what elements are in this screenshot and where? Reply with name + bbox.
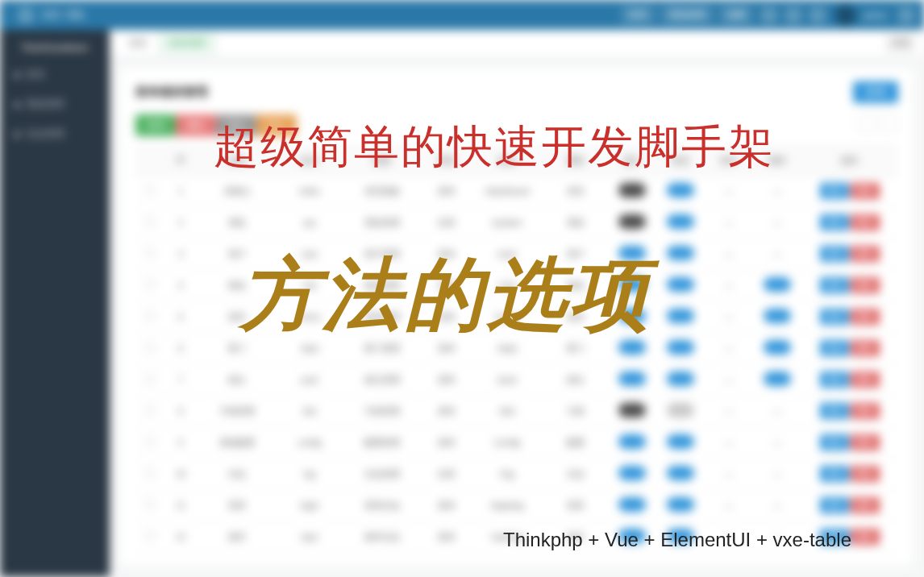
switch-show[interactable] bbox=[618, 246, 646, 260]
switch-show[interactable] bbox=[618, 434, 646, 449]
topbar: 首页 / 系统 首页 系统管理 设置 admin bbox=[0, 0, 924, 30]
checkbox[interactable] bbox=[145, 405, 155, 415]
checkbox[interactable] bbox=[145, 185, 155, 195]
switch-status[interactable] bbox=[667, 497, 694, 512]
bell-icon[interactable] bbox=[810, 7, 826, 23]
sidebar-item-log[interactable]: 日志管理 bbox=[0, 119, 110, 149]
topbar-btn-3[interactable]: 设置 bbox=[719, 6, 753, 24]
switch-status[interactable] bbox=[667, 214, 694, 229]
toolbar-import[interactable]: 导入 bbox=[256, 114, 297, 136]
checkbox[interactable] bbox=[145, 280, 155, 289]
table-row: 12操作oper操作日志菜单/operlog操作——修改删除 bbox=[135, 521, 898, 553]
cell-sort: — bbox=[705, 399, 753, 423]
edit-button[interactable]: 修改 bbox=[820, 403, 849, 419]
checkbox[interactable] bbox=[145, 248, 155, 258]
edit-button[interactable]: 修改 bbox=[820, 497, 849, 513]
edit-button[interactable]: 修改 bbox=[820, 246, 849, 262]
toolbar-export[interactable]: 导出 bbox=[216, 114, 256, 136]
switch-cache[interactable] bbox=[764, 277, 791, 292]
tab-menu[interactable]: 菜单管理 bbox=[158, 32, 216, 54]
switch-show[interactable] bbox=[618, 309, 646, 323]
username[interactable]: admin bbox=[863, 10, 887, 20]
cell-perm: 登录日志 bbox=[342, 492, 422, 519]
switch-show[interactable] bbox=[618, 277, 646, 292]
delete-button[interactable]: 删除 bbox=[851, 277, 880, 293]
edit-button[interactable]: 修改 bbox=[820, 466, 849, 482]
switch-status[interactable] bbox=[667, 529, 694, 543]
edit-button[interactable]: 修改 bbox=[820, 183, 849, 199]
switch-status[interactable] bbox=[667, 309, 694, 323]
cell-route: /post bbox=[471, 367, 543, 392]
switch-cache[interactable] bbox=[764, 340, 791, 355]
delete-button[interactable]: 删除 bbox=[851, 214, 880, 230]
switch-status[interactable] bbox=[667, 183, 694, 197]
delete-button[interactable]: 删除 bbox=[851, 340, 880, 356]
switch-status[interactable] bbox=[667, 434, 694, 449]
checkbox[interactable] bbox=[145, 342, 155, 352]
sidebar-item-system[interactable]: 系统管理 bbox=[0, 89, 110, 119]
cell-ident: dict bbox=[277, 399, 342, 423]
switch-status[interactable] bbox=[667, 246, 694, 260]
settings-icon[interactable] bbox=[898, 7, 914, 23]
switch-status[interactable] bbox=[667, 403, 694, 417]
checkbox[interactable] bbox=[145, 217, 155, 226]
delete-button[interactable]: 删除 bbox=[851, 183, 880, 199]
cell-route: /loginlog bbox=[471, 493, 543, 517]
checkbox[interactable] bbox=[145, 437, 155, 446]
refresh-icon[interactable] bbox=[858, 114, 876, 132]
tab-home[interactable]: 首页 bbox=[118, 32, 158, 54]
switch-status[interactable] bbox=[667, 372, 694, 386]
cell-perm: 字典管理 bbox=[342, 398, 422, 425]
switch-cache[interactable] bbox=[764, 372, 791, 386]
switch-show[interactable] bbox=[618, 529, 646, 543]
checkbox[interactable] bbox=[145, 468, 155, 478]
topbar-btn-1[interactable]: 首页 bbox=[621, 6, 655, 24]
switch-show[interactable] bbox=[618, 372, 646, 386]
avatar[interactable] bbox=[835, 5, 856, 26]
cell-type: 目录 bbox=[422, 210, 471, 236]
tab-close[interactable]: 关闭 bbox=[885, 34, 916, 52]
column-icon[interactable] bbox=[880, 114, 898, 132]
cell-icon: 字典 bbox=[543, 398, 608, 425]
delete-button[interactable]: 删除 bbox=[851, 466, 880, 482]
edit-button[interactable]: 修改 bbox=[820, 372, 849, 388]
edit-button[interactable]: 修改 bbox=[820, 434, 849, 450]
sidebar-item-home[interactable]: 首页 bbox=[0, 60, 110, 89]
switch-show[interactable] bbox=[618, 340, 646, 355]
switch-show[interactable] bbox=[618, 183, 646, 197]
delete-button[interactable]: 删除 bbox=[851, 434, 880, 450]
search-icon[interactable] bbox=[761, 7, 777, 23]
edit-button[interactable]: 修改 bbox=[820, 214, 849, 230]
checkbox[interactable] bbox=[145, 500, 155, 509]
edit-button[interactable]: 修改 bbox=[820, 309, 849, 325]
switch-show[interactable] bbox=[618, 403, 646, 417]
edit-button[interactable]: 修改 bbox=[820, 529, 849, 545]
switch-status[interactable] bbox=[667, 466, 694, 480]
cell-name: 部门 bbox=[197, 335, 277, 362]
delete-button[interactable]: 删除 bbox=[851, 403, 880, 419]
cell-route: /dict bbox=[471, 399, 543, 423]
topbar-btn-2[interactable]: 系统管理 bbox=[661, 6, 713, 24]
toolbar-add[interactable]: 新增 bbox=[135, 114, 176, 136]
checkbox[interactable] bbox=[145, 311, 155, 321]
switch-cache[interactable] bbox=[764, 309, 791, 323]
checkbox[interactable] bbox=[145, 531, 155, 541]
toolbar-delete[interactable]: 删除 bbox=[176, 114, 216, 136]
switch-show[interactable] bbox=[618, 466, 646, 480]
fullscreen-icon[interactable] bbox=[785, 7, 801, 23]
checkbox[interactable] bbox=[145, 374, 155, 384]
switch-status[interactable] bbox=[667, 277, 694, 292]
edit-button[interactable]: 修改 bbox=[820, 340, 849, 356]
add-button[interactable]: 新增 bbox=[853, 81, 898, 103]
delete-button[interactable]: 删除 bbox=[851, 529, 880, 545]
delete-button[interactable]: 删除 bbox=[851, 372, 880, 388]
delete-button[interactable]: 删除 bbox=[851, 497, 880, 513]
delete-button[interactable]: 删除 bbox=[851, 309, 880, 325]
cell-name: 字典管理 bbox=[197, 398, 277, 425]
switch-show[interactable] bbox=[618, 497, 646, 512]
switch-show[interactable] bbox=[618, 214, 646, 229]
edit-button[interactable]: 修改 bbox=[820, 277, 849, 293]
menu-toggle-icon[interactable] bbox=[18, 7, 34, 23]
switch-status[interactable] bbox=[667, 340, 694, 355]
delete-button[interactable]: 删除 bbox=[851, 246, 880, 262]
